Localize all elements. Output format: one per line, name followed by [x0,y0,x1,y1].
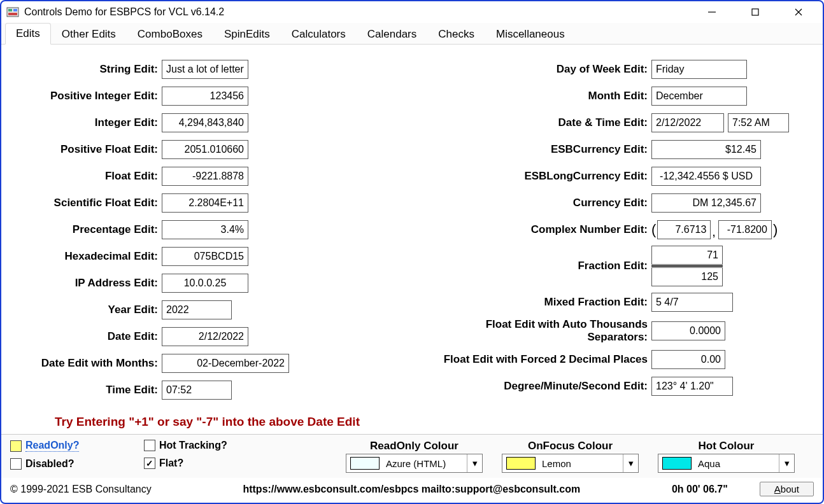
sci-float-input[interactable] [162,193,248,213]
onfocus-colour-combo[interactable]: Lemon ▾ [502,454,639,473]
comma-separator: , [712,225,717,239]
form-area: String Edit: Positive Integer Edit: Inte… [1,45,823,434]
hot-colour-value: Aqua [695,458,779,469]
complex-re-input[interactable] [657,220,711,239]
tab-other-edits[interactable]: Other Edits [51,24,127,45]
readonly-colour-combo[interactable]: Azure (HTML) ▾ [346,454,483,473]
float-input[interactable] [162,167,248,186]
hot-colour-combo[interactable]: Aqua ▾ [658,454,795,473]
hot-colour-title: Hot Colour [699,440,755,452]
app-window: Controls Demo for ESBPCS for VCL v6.14.2… [0,0,824,504]
svg-rect-1 [8,9,12,11]
tab-checks[interactable]: Checks [427,24,485,45]
complex-im-input[interactable] [718,220,772,239]
fraction-bar-icon [651,265,723,267]
float-thousands-input[interactable] [651,321,725,340]
colour-swatch-icon [506,457,536,470]
readonly-label: ReadOnly? [25,440,79,452]
dow-input[interactable] [651,60,747,79]
string-edit-input[interactable] [162,60,248,79]
tab-strip: Edits Other Edits ComboBoxes SpinEdits C… [1,23,823,45]
hex-label: Hexadecimal Edit: [14,250,162,263]
hint-text: Try Entering "+1" or say "-7" into the a… [14,406,810,434]
right-column: Day of Week Edit: Month Edit: Date & Tim… [425,59,810,406]
ip-input[interactable] [162,274,248,293]
onfocus-colour-title: OnFocus Colour [528,440,613,452]
tab-calculators[interactable]: Calculators [281,24,357,45]
dow-label: Day of Week Edit: [425,63,651,76]
date-months-input[interactable] [162,354,289,373]
date-label: Date Edit: [14,330,162,343]
elapsed-time: 0h 00' 06.7" [672,484,747,495]
time-label: Time Edit: [14,384,162,396]
mixed-fraction-input[interactable] [651,293,733,312]
percent-label: Precentage Edit: [14,223,162,236]
dms-label: Degree/Minute/Second Edit: [425,380,651,393]
complex-wrapper: ( , ) [651,220,778,239]
float-2dp-label: Float Edit with Forced 2 Decimal Places [425,353,651,366]
hottracking-checkbox[interactable]: ✓ Hot Tracking? [144,440,297,451]
int-input[interactable] [162,113,248,132]
tab-calendars[interactable]: Calendars [357,24,428,45]
open-paren-icon: ( [651,221,656,238]
tab-misc[interactable]: Miscellaneous [485,24,576,45]
checkbox-icon: ✓ [10,458,22,470]
fraction-num-input[interactable] [651,246,723,265]
title-bar: Controls Demo for ESBPCS for VCL v6.14.2 [1,1,823,23]
chevron-down-icon: ▾ [467,454,482,472]
svg-rect-2 [13,9,17,11]
esbcurrency-input[interactable] [651,140,761,159]
date-input[interactable] [162,327,248,346]
pos-float-label: Positive Float Edit: [14,143,162,156]
tab-comboboxes[interactable]: ComboBoxes [127,24,213,45]
footer: © 1999-2021 ESB Consultancy https://www.… [1,478,823,503]
hex-input[interactable] [162,247,248,266]
esblong-label: ESBLongCurrency Edit: [425,170,651,183]
currency-input[interactable] [651,193,761,213]
close-button[interactable] [786,3,811,21]
minimize-button[interactable] [699,3,725,21]
disabled-checkbox[interactable]: ✓ Disabled? [10,458,131,470]
datetime-label: Date & Time Edit: [425,116,651,129]
float-2dp-input[interactable] [651,350,725,369]
date-months-label: Date Edit with Months: [14,357,162,370]
tab-spinedits[interactable]: SpinEdits [213,24,281,45]
dms-input[interactable] [651,377,733,396]
colour-swatch-icon [350,457,380,470]
footer-links[interactable]: https://www.esbconsult.com/esbpcs mailto… [164,484,659,495]
string-edit-label: String Edit: [14,63,162,76]
about-button[interactable]: About [760,482,814,496]
pos-float-input[interactable] [162,140,248,159]
disabled-label: Disabled? [25,458,74,470]
svg-rect-3 [8,13,17,15]
options-bar: ✓ ReadOnly? ✓ Disabled? ✓ Hot Tracking? … [1,434,823,478]
readonly-colour-title: ReadOnly Colour [370,440,458,452]
maximize-button[interactable] [742,3,768,21]
int-label: Integer Edit: [14,116,162,129]
svg-rect-5 [752,9,758,15]
chevron-down-icon: ▾ [623,454,638,472]
chevron-down-icon: ▾ [779,454,794,472]
fraction-wrapper [651,246,723,286]
year-input[interactable] [162,300,232,319]
mixed-fraction-label: Mixed Fraction Edit: [425,296,651,309]
readonly-colour-value: Azure (HTML) [383,458,467,469]
month-input[interactable] [651,87,747,106]
readonly-checkbox[interactable]: ✓ ReadOnly? [10,440,131,452]
fraction-label: Fraction Edit: [425,260,651,272]
time-input[interactable] [162,381,232,400]
esbcurrency-label: ESBCurrency Edit: [425,143,651,156]
float-label: Float Edit: [14,170,162,183]
datetime-date-input[interactable] [651,113,724,132]
flat-checkbox[interactable]: ✓ Flat? [144,458,297,469]
copyright-text: © 1999-2021 ESB Consultancy [10,484,152,495]
esblong-input[interactable] [651,167,761,186]
datetime-time-input[interactable] [728,113,789,132]
percent-input[interactable] [162,220,248,239]
pos-int-input[interactable] [162,87,248,106]
tab-edits[interactable]: Edits [5,23,51,45]
sci-float-label: Scientific Float Edit: [14,197,162,209]
fraction-den-input[interactable] [651,267,723,286]
onfocus-colour-value: Lemon [539,458,623,469]
left-column: String Edit: Positive Integer Edit: Inte… [14,59,399,406]
